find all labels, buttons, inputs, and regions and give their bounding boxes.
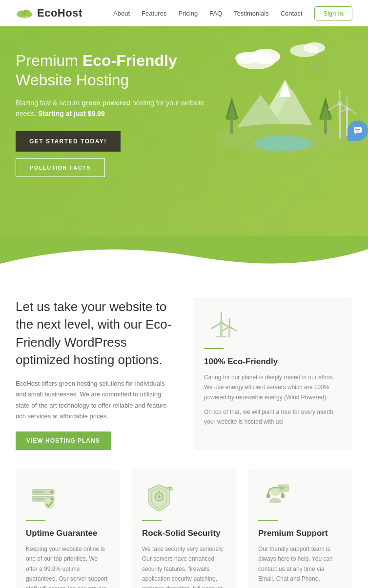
hero-heading: Premium Eco-Friendly Website Hosting xyxy=(16,51,211,90)
logo-text: EcoHost xyxy=(37,7,82,20)
svg-point-6 xyxy=(235,52,257,64)
windmill-icon xyxy=(204,308,238,342)
feature-desc-uptime: Keeping your website online is one of ou… xyxy=(26,544,110,588)
features-grid: Uptime Guarantee Keeping your website on… xyxy=(16,470,352,588)
svg-rect-21 xyxy=(339,104,341,138)
get-started-button[interactable]: GET STARTED TODAY! xyxy=(16,131,121,152)
hero-illustration xyxy=(207,41,358,179)
view-plans-button[interactable]: VIEW HOSTING PLANS xyxy=(16,431,111,450)
svg-point-54 xyxy=(158,495,161,498)
navbar: EcoHost About Features Pricing FAQ Testi… xyxy=(0,0,368,26)
feature-card-support: 01 Premium Support Our friendly support … xyxy=(248,470,352,588)
headset-icon: 01 xyxy=(258,480,292,514)
feature-desc-support: Our friendly support team is always here… xyxy=(258,544,342,584)
shield-icon xyxy=(142,480,176,514)
nav-testimonials[interactable]: Testimonials xyxy=(234,10,269,17)
intro-text: Let us take your website to the next lev… xyxy=(16,298,174,450)
feature-title-security: Rock-Solid Security xyxy=(142,529,226,538)
server-icon xyxy=(26,480,60,514)
underline-security xyxy=(142,520,162,521)
svg-text:01: 01 xyxy=(279,486,283,489)
pollution-facts-button[interactable]: POLLUTION FACTS xyxy=(16,158,105,177)
hero-subtext: Blazing fast & secure green powered host… xyxy=(16,98,211,119)
svg-point-8 xyxy=(304,42,325,53)
chat-icon xyxy=(353,126,363,136)
underline-eco xyxy=(204,348,224,349)
nav-links: About Features Pricing FAQ Testimonials … xyxy=(113,9,352,18)
nav-contact[interactable]: Contact xyxy=(281,10,303,17)
feature-title-uptime: Uptime Guarantee xyxy=(26,529,110,538)
svg-point-56 xyxy=(169,487,172,490)
feature-desc2-eco: On top of that, we will plant a tree for… xyxy=(204,407,342,427)
svg-rect-40 xyxy=(216,336,226,337)
svg-rect-41 xyxy=(228,328,230,337)
feature-card-uptime: Uptime Guarantee Keeping your website on… xyxy=(16,470,120,588)
feature-card-security: Rock-Solid Security We take security ver… xyxy=(132,470,236,588)
feature-card-eco: 100% Eco-Friendly Caring for our planet … xyxy=(194,298,352,450)
svg-rect-58 xyxy=(266,493,270,498)
svg-rect-51 xyxy=(34,498,44,500)
intro-heading: Let us take your website to the next lev… xyxy=(16,298,174,369)
main-content: Let us take your website to the next lev… xyxy=(0,269,368,588)
nav-pricing[interactable]: Pricing xyxy=(178,10,198,17)
nav-about[interactable]: About xyxy=(113,10,130,17)
signin-button[interactable]: Sign In xyxy=(314,6,352,20)
hero-section: Premium Eco-Friendly Website Hosting Bla… xyxy=(0,26,368,235)
feature-desc-security: We take security very seriously. Our ser… xyxy=(142,544,226,588)
chat-bubble[interactable] xyxy=(348,120,368,141)
feature-desc1-eco: Caring for our planet is deeply rooted i… xyxy=(204,372,342,402)
underline-uptime xyxy=(26,520,45,521)
svg-line-38 xyxy=(211,323,222,329)
svg-rect-59 xyxy=(281,493,285,498)
svg-line-44 xyxy=(222,327,229,331)
feature-title-support: Premium Support xyxy=(258,529,342,538)
svg-line-30 xyxy=(347,108,357,114)
intro-body: EcoHost offers green hosting solutions f… xyxy=(16,378,174,421)
svg-rect-33 xyxy=(355,129,360,130)
svg-point-14 xyxy=(253,136,312,151)
svg-rect-50 xyxy=(34,491,44,493)
svg-rect-34 xyxy=(355,131,359,132)
hero-content: Premium Eco-Friendly Website Hosting Bla… xyxy=(16,51,211,177)
logo: EcoHost xyxy=(16,7,82,20)
wave-divider xyxy=(0,235,368,269)
svg-marker-32 xyxy=(354,133,357,135)
cloud-icon xyxy=(16,7,33,19)
svg-point-3 xyxy=(26,11,32,17)
feature-title-eco: 100% Eco-Friendly xyxy=(204,357,342,367)
underline-support xyxy=(258,520,278,521)
nav-features[interactable]: Features xyxy=(142,10,166,17)
section-intro: Let us take your website to the next lev… xyxy=(16,298,352,450)
svg-line-24 xyxy=(328,103,340,110)
svg-point-48 xyxy=(50,491,53,493)
nav-faq[interactable]: FAQ xyxy=(209,10,222,17)
